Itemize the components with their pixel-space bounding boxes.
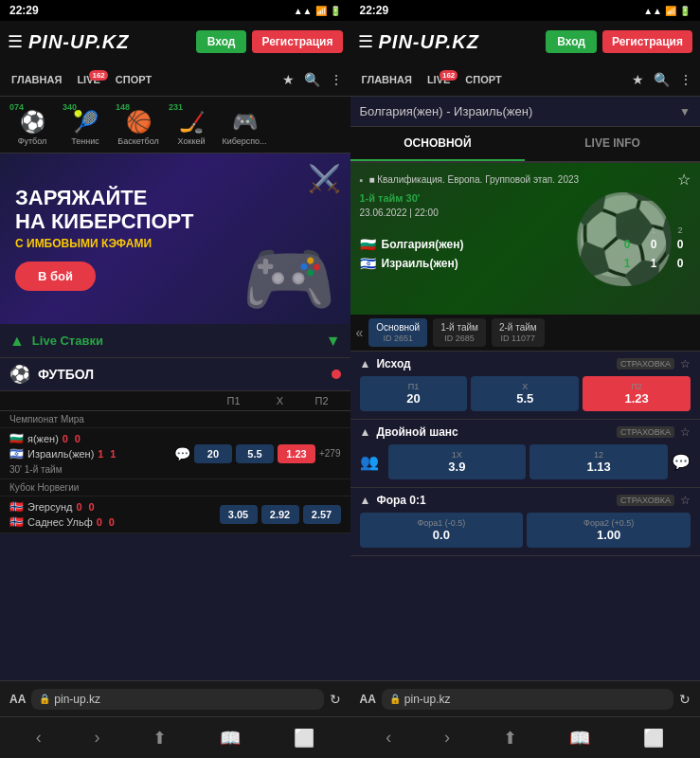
right-match-selector-text: Болгария(жен) - Израиль(жен) [360,104,680,118]
right-hamburger-icon[interactable]: ☰ [358,31,373,52]
right-logo: PIN-UP.KZ [379,31,479,53]
left-live-stakes-bar[interactable]: ▲ Live Ставки ▼ [0,324,350,358]
left-share-btn[interactable]: ⬆ [153,728,167,749]
right-share-btn[interactable]: ⬆ [503,728,517,749]
right-outcome-odds-row: П1 20 Х 5.5 П2 1.23 [360,376,691,411]
left-register-button[interactable]: Регистрация [252,30,342,53]
left-team-line-2-1: 🇳🇴 Эгерсунд 0 0 [9,500,216,514]
left-hamburger-icon[interactable]: ☰ [8,31,23,52]
right-odd-fora1[interactable]: Фора1 (-0.5) 0.0 [360,513,524,548]
right-nav-live[interactable]: LIVE 162 [420,68,458,91]
left-back-btn[interactable]: ‹ [36,728,42,748]
right-score-team-1: Болгария(жен) [382,238,618,251]
left-search-icon[interactable]: 🔍 [304,72,320,87]
right-section-dc-star[interactable]: ☆ [680,425,691,439]
left-banner-button[interactable]: В бой [15,262,96,291]
left-more-icon[interactable]: ⋮ [330,72,343,87]
right-odd-fora2[interactable]: Фора2 (+0.5) 1.00 [527,513,691,548]
left-odd-x-2[interactable]: 2.92 [261,505,299,524]
left-odd-x-1[interactable]: 5.5 [236,444,274,463]
left-nav-sport[interactable]: СПОРТ [108,68,159,91]
right-nav-home[interactable]: ГЛАВНАЯ [354,68,420,91]
left-logo: PIN-UP.KZ [28,31,129,53]
right-dc-teams-icon: 👥 [360,453,379,471]
left-login-button[interactable]: Вход [196,30,247,53]
right-section-handicap: ▲ Фора 0:1 СТРАХОВКА ☆ Фора1 (-0.5) 0.0 … [350,488,701,556]
left-live-stakes-arrow: ▼ [326,333,341,350]
left-sport-basketball[interactable]: 148 🏀 Баскетбол [112,104,165,146]
right-market-btn-1st-half[interactable]: 1-й тайм ID 2685 [433,318,486,347]
left-forward-btn[interactable]: › [95,728,100,748]
left-banner-text: ЗАРЯЖАЙТЕ НА КИБЕРСПОРТ С ИМБОВЫМИ КЭФАМ… [0,187,227,290]
right-tabs-btn[interactable]: ⬜ [643,728,664,749]
left-browser-url-bar[interactable]: 🔒 pin-up.kz [31,689,323,710]
left-nav-live[interactable]: LIVE 162 [69,68,107,91]
left-team-flag-1-2: 🇮🇱 [9,447,24,460]
left-team-name-2-2: Саднес Ульф [27,516,93,528]
left-bookmarks-btn[interactable]: 📖 [220,728,241,749]
left-match-chat-btn-1[interactable]: 💬 [174,446,190,461]
right-section-outcome-chevron: ▲ [360,357,371,370]
right-browser-url-bar[interactable]: 🔒 pin-up.kz [382,689,673,710]
left-sport-football[interactable]: 074 ⚽ Футбол [6,104,59,146]
left-tabs-btn[interactable]: ⬜ [294,728,314,749]
right-login-button[interactable]: Вход [546,30,597,53]
left-match-row-2[interactable]: 🇳🇴 Эгерсунд 0 0 🇳🇴 Саднес Ульф 0 0 3.05 … [0,496,350,533]
right-search-icon[interactable]: 🔍 [654,72,670,87]
right-score-cells-2: 1 1 0 [617,257,691,270]
left-odd-p1-1[interactable]: 20 [194,444,232,463]
left-sport-hockey[interactable]: 231 🏒 Хоккей [165,104,218,146]
right-register-button[interactable]: Регистрация [602,30,692,53]
right-market-btn-2nd-half[interactable]: 2-й тайм ID 11077 [492,318,545,347]
left-nav-home[interactable]: ГЛАВНАЯ [4,68,69,91]
right-odd-12[interactable]: 12 1.13 [529,444,668,479]
right-browser-aa[interactable]: AA [360,693,376,706]
left-match-row-1[interactable]: 🇧🇬 я(жен) 0 0 🇮🇱 Израиль(жен) 1 1 30' 1-… [0,428,350,479]
right-section-outcome-header[interactable]: ▲ Исход СТРАХОВКА ☆ [350,352,701,376]
left-refresh-icon[interactable]: ↻ [330,692,341,707]
right-market-btn-main[interactable]: Основной ID 2651 [368,318,427,347]
left-team-flag-2-2: 🇳🇴 [9,515,24,529]
right-odd-p2[interactable]: П2 1.23 [583,376,691,411]
left-match-odds-1: 20 5.5 1.23 [194,444,315,463]
right-favorite-star-btn[interactable]: ☆ [677,171,691,189]
right-section-outcome-star[interactable]: ☆ [680,357,691,370]
left-nav-icons: ★ 🔍 ⋮ [282,72,347,87]
right-expand-icon[interactable]: « [356,325,364,340]
right-score-table: 1 2 🇧🇬 Болгария(жен) 0 0 0 🇮🇱 Израиль(ж [360,226,691,271]
left-team-score-2-1: 0 0 [76,501,98,513]
right-back-btn[interactable]: ‹ [386,728,391,748]
right-odd-p1[interactable]: П1 20 [360,376,468,411]
right-more-icon[interactable]: ⋮ [679,72,692,87]
right-dc-chat-icon[interactable]: 💬 [672,453,691,471]
left-odd-p1-2[interactable]: 3.05 [220,505,258,524]
right-dropdown-arrow-icon: ▼ [679,105,691,118]
right-refresh-icon[interactable]: ↻ [679,692,691,707]
left-browser-aa[interactable]: AA [9,693,26,706]
left-star-icon[interactable]: ★ [282,72,295,87]
right-tab-main[interactable]: ОСНОВНОЙ [350,127,526,161]
left-status-bar: 22:29 ▲▲ 📶 🔋 [0,0,350,21]
right-forward-btn[interactable]: › [444,728,450,748]
right-section-handicap-star[interactable]: ☆ [680,494,691,507]
right-nav-sport[interactable]: СПОРТ [458,68,509,91]
left-odd-p2-1[interactable]: 1.23 [278,444,315,463]
left-sport-tennis[interactable]: 340 🎾 Теннис [59,104,112,146]
left-sport-esports[interactable]: 🎮 Киберспо... [218,104,271,146]
left-live-stakes-chevron: ▲ [9,333,25,350]
right-tab-live-info[interactable]: LIVE INFO [525,127,700,161]
right-section-double-chance-header[interactable]: ▲ Двойной шанс СТРАХОВКА ☆ [350,420,701,444]
right-match-selector[interactable]: Болгария(жен) - Израиль(жен) ▼ [350,97,701,127]
right-section-outcome: ▲ Исход СТРАХОВКА ☆ П1 20 Х 5.5 П2 1.23 [350,352,701,420]
right-match-card: ⚽ ▪ ■ Квалификация. Европа. Групповой эт… [350,163,701,315]
right-odd-x[interactable]: Х 5.5 [471,376,579,411]
right-section-handicap-header[interactable]: ▲ Фора 0:1 СТРАХОВКА ☆ [350,488,701,513]
right-dc-odds-row: 1Х 3.9 12 1.13 [388,444,669,479]
right-url-text: pin-up.kz [404,693,451,706]
right-bookmarks-btn[interactable]: 📖 [569,728,590,749]
right-browser-bar: AA 🔒 pin-up.kz ↻ [350,680,701,716]
right-star-icon[interactable]: ★ [632,72,644,87]
right-odd-1x[interactable]: 1Х 3.9 [388,444,527,479]
left-team-line-2-2: 🇳🇴 Саднес Ульф 0 0 [9,515,216,529]
left-odd-p2-2[interactable]: 2.57 [303,505,341,524]
